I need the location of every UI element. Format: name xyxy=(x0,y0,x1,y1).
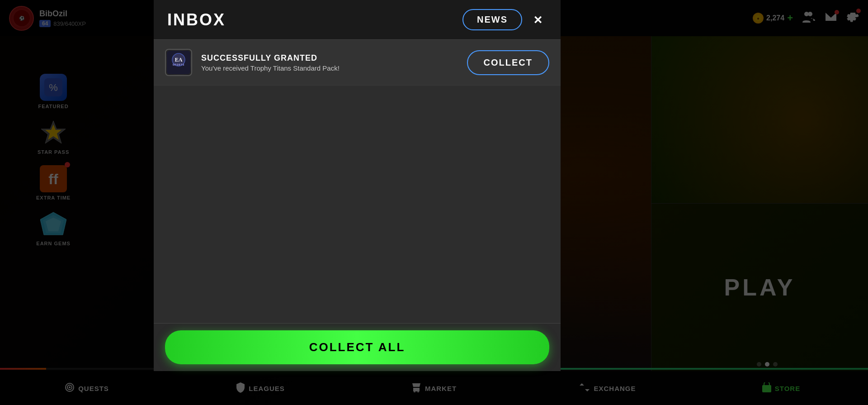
collect-button[interactable]: COLLECT xyxy=(467,50,549,75)
inbox-item: EA SPORTS SUCCESSFULLY GRANTED You've re… xyxy=(154,40,561,86)
news-tab[interactable]: NEWS xyxy=(462,9,522,30)
inbox-message-subtitle: You've received Trophy Titans Standard P… xyxy=(201,64,458,72)
collect-all-button[interactable]: COLLECT ALL xyxy=(165,330,549,364)
modal-header: INBOX NEWS × xyxy=(154,0,561,40)
modal-header-actions: NEWS × xyxy=(462,9,547,30)
svg-text:EA: EA xyxy=(175,57,183,63)
modal-title: INBOX xyxy=(167,10,226,29)
modal-footer: COLLECT ALL xyxy=(154,323,561,371)
inbox-modal: INBOX NEWS × EA SPORTS SUCCESSFULLY GR xyxy=(154,0,561,371)
inbox-message-title: SUCCESSFULLY GRANTED xyxy=(201,53,458,63)
close-button[interactable]: × xyxy=(529,11,547,29)
svg-text:SPORTS: SPORTS xyxy=(173,63,185,66)
inbox-message-content: SUCCESSFULLY GRANTED You've received Tro… xyxy=(201,53,458,72)
modal-body: EA SPORTS SUCCESSFULLY GRANTED You've re… xyxy=(154,40,561,323)
ea-sports-logo: EA SPORTS xyxy=(165,49,192,76)
